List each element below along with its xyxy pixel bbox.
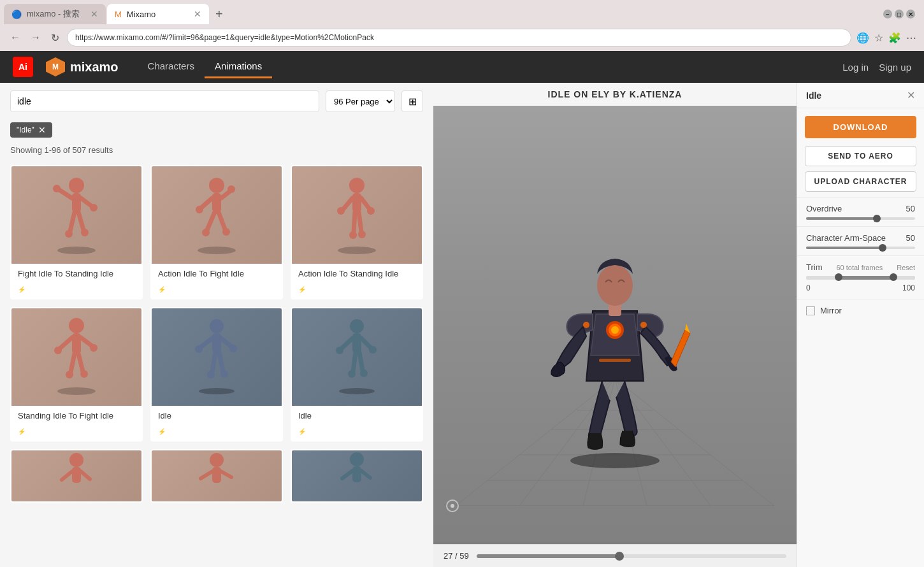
header-right: Log in Sign up <box>842 62 911 73</box>
forward-button[interactable]: → <box>28 29 43 46</box>
mirror-checkbox[interactable] <box>806 306 815 315</box>
animation-card-4[interactable]: Standing Idle To Fight Idle ⚡ <box>10 307 143 441</box>
card-label-3: Action Idle To Standing Idle <box>292 264 422 284</box>
minimize-button[interactable]: − <box>883 10 892 18</box>
figure-2 <box>188 174 245 257</box>
animation-card-7[interactable] <box>10 449 143 503</box>
arm-space-label-row: Character Arm-Space 50 <box>806 233 915 243</box>
animation-card-1[interactable]: Fight Idle To Standing Idle ⚡ <box>10 165 143 299</box>
svg-point-42 <box>80 370 88 378</box>
maximize-button[interactable]: □ <box>895 10 904 18</box>
close-button[interactable]: ✕ <box>906 10 915 18</box>
svg-line-8 <box>78 212 83 230</box>
signup-button[interactable]: Sign up <box>879 62 911 73</box>
download-button[interactable]: DOWNLOAD <box>805 116 916 138</box>
address-text: https://www.mixamo.com/#/?limit=96&page=… <box>75 33 374 42</box>
trim-right-thumb[interactable] <box>890 273 897 281</box>
timeline-fill <box>477 554 619 558</box>
filter-button[interactable]: ⊞ <box>401 90 423 112</box>
back-button[interactable]: ← <box>8 29 23 46</box>
star-icon[interactable]: ☆ <box>874 32 883 44</box>
overdrive-thumb[interactable] <box>873 215 881 222</box>
svg-rect-1 <box>72 193 81 212</box>
svg-line-50 <box>212 352 215 372</box>
svg-line-73 <box>221 471 231 477</box>
search-input[interactable] <box>17 96 312 106</box>
address-bar[interactable]: https://www.mixamo.com/#/?limit=96&page=… <box>67 29 851 47</box>
tab2-close[interactable]: ✕ <box>194 9 201 19</box>
timeline-current: 27 / 59 <box>444 551 469 561</box>
animation-card-3[interactable]: Action Idle To Standing Idle ⚡ <box>291 165 423 299</box>
nav-characters[interactable]: Characters <box>138 55 205 78</box>
app-container: Ai M mixamo Characters Animations Log in… <box>0 51 924 567</box>
controls-header: Idle ✕ <box>797 83 924 108</box>
svg-line-6 <box>70 212 75 231</box>
idle-tag[interactable]: "Idle" ✕ <box>10 122 52 138</box>
card-thumb-2 <box>152 166 282 264</box>
trim-left-thumb[interactable] <box>835 273 842 281</box>
controls-close-icon[interactable]: ✕ <box>907 89 915 101</box>
svg-line-76 <box>342 471 352 478</box>
svg-point-60 <box>369 346 377 354</box>
search-toolbar: 96 Per page ⊞ <box>0 83 433 120</box>
trim-slider[interactable] <box>806 276 915 280</box>
svg-rect-67 <box>72 467 81 483</box>
menu-icon[interactable]: ⋯ <box>906 32 916 44</box>
svg-line-68 <box>62 471 72 480</box>
timeline-thumb[interactable] <box>615 552 624 561</box>
svg-point-16 <box>227 185 235 193</box>
svg-line-72 <box>201 471 212 478</box>
arm-space-thumb[interactable] <box>879 244 886 252</box>
animation-card-2[interactable]: Action Idle To Fight Idle ⚡ <box>150 165 283 299</box>
mirror-control[interactable]: Mirror <box>797 299 924 322</box>
tag-remove-icon[interactable]: ✕ <box>38 125 46 135</box>
svg-line-63 <box>359 352 363 371</box>
figure-1 <box>48 174 105 257</box>
timeline-track[interactable] <box>477 554 786 558</box>
preview-3d-viewport[interactable] <box>433 106 797 544</box>
viewport-nav-icon[interactable] <box>446 499 459 512</box>
svg-line-61 <box>353 352 356 371</box>
animation-card-8[interactable] <box>150 449 283 503</box>
card-thumb-8 <box>152 450 282 501</box>
extensions-icon[interactable]: 🧩 <box>888 32 901 44</box>
browser-tab-2[interactable]: M Mixamo ✕ <box>107 4 209 24</box>
figure-5 <box>191 316 242 399</box>
tab2-label: Mixamo <box>127 10 156 19</box>
login-button[interactable]: Log in <box>842 62 869 73</box>
send-to-aero-button[interactable]: SEND TO AERO <box>805 146 916 166</box>
animation-card-9[interactable] <box>291 449 423 503</box>
overdrive-label: Overdrive <box>806 204 842 213</box>
browser-tab-1[interactable]: 🔵 mixamo - 搜索 ✕ <box>4 4 106 24</box>
svg-point-74 <box>350 452 364 466</box>
trim-reset[interactable]: Reset <box>897 264 915 271</box>
svg-line-35 <box>61 338 72 348</box>
arm-space-value: 50 <box>906 233 915 243</box>
results-info: Showing 1-96 of 507 results <box>0 143 433 160</box>
search-input-wrap[interactable] <box>10 90 319 112</box>
animation-card-5[interactable]: Idle ⚡ <box>150 307 283 441</box>
svg-point-38 <box>90 344 97 352</box>
svg-point-27 <box>367 207 375 215</box>
svg-point-70 <box>210 453 224 467</box>
svg-point-9 <box>81 229 89 236</box>
refresh-button[interactable]: ↻ <box>48 29 62 47</box>
translate-icon[interactable]: 🌐 <box>856 32 869 44</box>
per-page-select[interactable]: 96 Per page <box>326 90 395 112</box>
overdrive-control: Overdrive 50 <box>797 197 924 226</box>
arm-space-slider[interactable] <box>806 247 915 249</box>
figure-7 <box>48 450 105 501</box>
right-section: IDLE ON ELY BY K.ATIENZA <box>433 83 924 567</box>
animation-card-6[interactable]: Idle ⚡ <box>291 307 423 441</box>
tab1-close[interactable]: ✕ <box>90 9 98 19</box>
nav-animations[interactable]: Animations <box>205 55 272 78</box>
svg-point-29 <box>349 231 357 239</box>
svg-line-4 <box>81 198 91 206</box>
mixamo-logo: M mixamo <box>46 57 119 76</box>
svg-line-37 <box>81 338 91 345</box>
svg-point-47 <box>195 345 203 353</box>
overdrive-slider[interactable] <box>806 217 915 220</box>
new-tab-button[interactable]: + <box>210 4 228 24</box>
tab2-favicon: M <box>115 10 122 19</box>
upload-character-button[interactable]: UPLOAD CHARACTER <box>805 171 916 192</box>
